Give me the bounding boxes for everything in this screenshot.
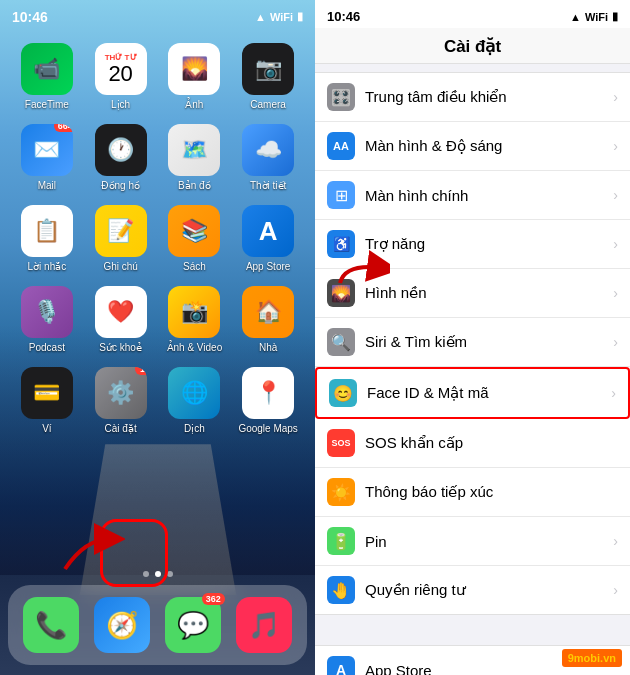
app-calendar[interactable]: THỨ TƯ 20 Lịch: [88, 43, 153, 110]
messages-icon: 💬 362: [165, 597, 221, 653]
faceid-label: Face ID & Mật mã: [367, 384, 611, 402]
settings-item-homescreen[interactable]: ⊞ Màn hình chính ›: [315, 171, 630, 220]
app-maps[interactable]: 🗺️ Bản đồ: [162, 124, 227, 191]
translate-label: Dịch: [184, 423, 205, 434]
notes-label: Ghi chú: [103, 261, 137, 272]
dot-2: [155, 571, 161, 577]
battery-icon: ▮: [297, 10, 303, 23]
mail-label: Mail: [38, 180, 56, 191]
chevron-privacy: ›: [613, 582, 618, 598]
calendar-label: Lịch: [111, 99, 130, 110]
settings-arrow: [55, 509, 125, 583]
settings-app-icon: ⚙️ 1: [95, 367, 147, 419]
watermark: 9mobi.vn: [562, 649, 622, 667]
appstore-label: App Store: [246, 261, 290, 272]
signal-icon: ▲: [255, 11, 266, 23]
faceid-icon: 😊: [329, 379, 357, 407]
left-status-bar: 10:46 ▲ WiFi ▮: [0, 0, 315, 28]
settings-badge: 1: [135, 367, 147, 375]
app-gmaps[interactable]: 📍 Google Maps: [236, 367, 301, 434]
battery-label: Pin: [365, 533, 613, 550]
app-health[interactable]: ❤️ Sức khoẻ: [88, 286, 153, 353]
dock-safari[interactable]: 🧭: [94, 597, 150, 653]
app-row-4: 🎙️ Podcast ❤️ Sức khoẻ 📸 Ảnh & Video 🏠 N…: [10, 286, 305, 353]
app-row-5: 💳 Ví ⚙️ 1 Cài đặt 🌐 Dịch 📍 Google Maps: [10, 367, 305, 434]
watermark-suffix: .vn: [600, 652, 616, 664]
notes-icon: 📝: [95, 205, 147, 257]
watermark-text: 9mobi: [568, 652, 600, 664]
app-podcast[interactable]: 🎙️ Podcast: [14, 286, 79, 353]
siri-icon: 🔍: [327, 328, 355, 356]
reminders-icon: 📋: [21, 205, 73, 257]
app-settings[interactable]: ⚙️ 1 Cài đặt: [88, 367, 153, 434]
app-mail[interactable]: ✉️ 664 Mail: [14, 124, 79, 191]
settings-section-1: 🎛️ Trung tâm điều khiển › AA Màn hình & …: [315, 72, 630, 615]
books-icon: 📚: [168, 205, 220, 257]
health-icon: ❤️: [95, 286, 147, 338]
homescreen-label: Màn hình chính: [365, 187, 613, 204]
dot-3: [167, 571, 173, 577]
home-label: Nhà: [259, 342, 277, 353]
settings-label: Cài đặt: [105, 423, 137, 434]
podcast-label: Podcast: [29, 342, 65, 353]
wifi-icon: WiFi: [270, 11, 293, 23]
photos-label: Ảnh: [185, 99, 203, 110]
settings-item-control-center[interactable]: 🎛️ Trung tâm điều khiển ›: [315, 73, 630, 122]
dock-music[interactable]: 🎵: [236, 597, 292, 653]
gmaps-icon: 📍: [242, 367, 294, 419]
chevron-siri: ›: [613, 334, 618, 350]
maps-label: Bản đồ: [178, 180, 211, 191]
siri-label: Siri & Tìm kiếm: [365, 333, 613, 351]
app-weather[interactable]: ☁️ Thời tiết: [236, 124, 301, 191]
home-icon: 🏠: [242, 286, 294, 338]
chevron-homescreen: ›: [613, 187, 618, 203]
homescreen-icon: ⊞: [327, 181, 355, 209]
sos-icon: SOS: [327, 429, 355, 457]
app-books[interactable]: 📚 Sách: [162, 205, 227, 272]
app-grid: 📹 FaceTime THỨ TƯ 20 Lịch 🌄 Ảnh 📷 Camera: [0, 35, 315, 456]
safari-icon: 🧭: [94, 597, 150, 653]
display-icon: AA: [327, 132, 355, 160]
left-phone-screen: 10:46 ▲ WiFi ▮ 📹 FaceTime THỨ TƯ 20 Lịch…: [0, 0, 315, 675]
app-facetime[interactable]: 📹 FaceTime: [14, 43, 79, 110]
chevron-accessibility: ›: [613, 236, 618, 252]
dock-phone[interactable]: 📞: [23, 597, 79, 653]
dock-messages[interactable]: 💬 362: [165, 597, 221, 653]
settings-item-exposure[interactable]: ☀️ Thông báo tiếp xúc: [315, 468, 630, 517]
faceid-arrow: [335, 248, 390, 292]
app-row-1: 📹 FaceTime THỨ TƯ 20 Lịch 🌄 Ảnh 📷 Camera: [10, 43, 305, 110]
app-wallet[interactable]: 💳 Ví: [14, 367, 79, 434]
mail-icon: ✉️ 664: [21, 124, 73, 176]
dot-1: [143, 571, 149, 577]
mail-badge: 664: [54, 124, 73, 132]
photos-video-icon: 📸: [168, 286, 220, 338]
app-home[interactable]: 🏠 Nhà: [236, 286, 301, 353]
photos-icon: 🌄: [168, 43, 220, 95]
phone-icon: 📞: [23, 597, 79, 653]
app-camera[interactable]: 📷 Camera: [236, 43, 301, 110]
settings-item-sos[interactable]: SOS SOS khẩn cấp: [315, 419, 630, 468]
settings-item-privacy[interactable]: 🤚 Quyền riêng tư ›: [315, 566, 630, 614]
chevron-display: ›: [613, 138, 618, 154]
settings-item-siri[interactable]: 🔍 Siri & Tìm kiếm ›: [315, 318, 630, 367]
health-label: Sức khoẻ: [99, 342, 142, 353]
settings-item-faceid[interactable]: 😊 Face ID & Mật mã ›: [315, 367, 630, 419]
facetime-icon: 📹: [21, 43, 73, 95]
books-label: Sách: [183, 261, 206, 272]
page-indicator: [0, 571, 315, 577]
app-photos[interactable]: 🌄 Ảnh: [162, 43, 227, 110]
app-notes[interactable]: 📝 Ghi chú: [88, 205, 153, 272]
settings-item-display[interactable]: AA Màn hình & Độ sáng ›: [315, 122, 630, 171]
app-clock[interactable]: 🕐 Đồng hồ: [88, 124, 153, 191]
app-photos-video[interactable]: 📸 Ảnh & Video: [162, 286, 227, 353]
app-reminders[interactable]: 📋 Lời nhắc: [14, 205, 79, 272]
control-center-icon: 🎛️: [327, 83, 355, 111]
left-time: 10:46: [12, 9, 48, 25]
app-appstore[interactable]: A App Store: [236, 205, 301, 272]
right-signal-icon: ▲: [570, 11, 581, 23]
chevron-battery: ›: [613, 533, 618, 549]
app-translate[interactable]: 🌐 Dịch: [162, 367, 227, 434]
settings-item-battery[interactable]: 🔋 Pin ›: [315, 517, 630, 566]
app-row-3: 📋 Lời nhắc 📝 Ghi chú 📚 Sách A App Store: [10, 205, 305, 272]
accessibility-label: Trợ năng: [365, 235, 613, 253]
